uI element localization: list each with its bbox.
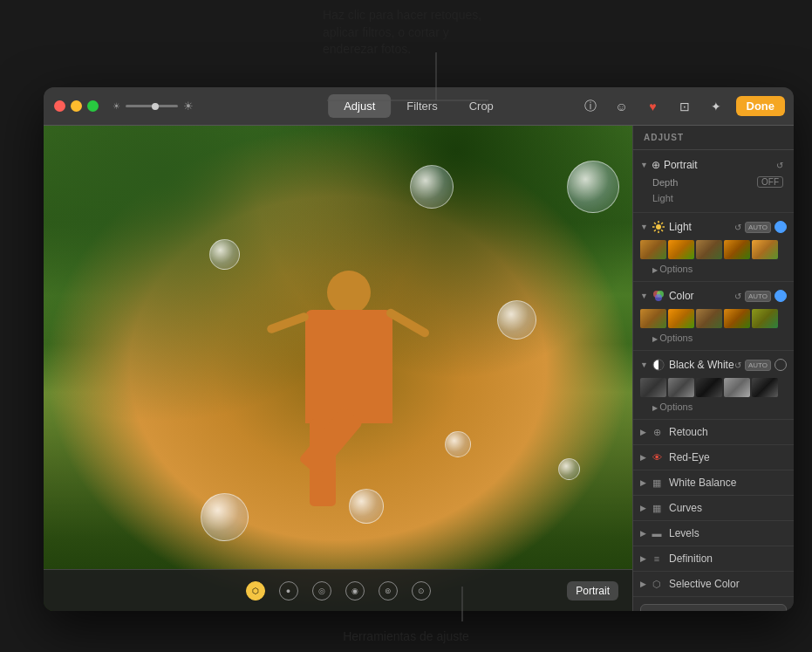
light-thumb-2[interactable]: [668, 240, 694, 259]
color-options[interactable]: Options: [633, 331, 794, 347]
photo-area: ⬡ ● ◎ ◉ ⊚ ⊙ Portrait: [44, 126, 632, 611]
color-thumb-5[interactable]: [752, 309, 778, 328]
face-icon[interactable]: ☺: [611, 95, 633, 118]
whitebalance-chevron: ▶: [640, 478, 646, 487]
color-undo-icon[interactable]: ↺: [734, 292, 741, 301]
bw-icon: [652, 358, 665, 372]
portrait-undo-icon[interactable]: ↺: [776, 161, 783, 170]
tab-adjust[interactable]: Adjust: [328, 94, 391, 118]
color-title: Color: [669, 290, 734, 302]
tab-crop[interactable]: Crop: [454, 94, 509, 118]
tool-icon-2[interactable]: ●: [279, 581, 298, 601]
subject-figure: [279, 271, 419, 576]
color-chevron: ▼: [640, 292, 648, 300]
definition-item[interactable]: ▶ ≡ Definition: [633, 546, 794, 572]
bw-options[interactable]: Options: [633, 400, 794, 415]
bubble-1: [410, 165, 454, 209]
definition-label: Definition: [669, 552, 787, 565]
tool-icon-3[interactable]: ◎: [312, 581, 331, 601]
light-icon: [652, 220, 665, 234]
light-toggle[interactable]: [774, 221, 787, 233]
tool-icon-5[interactable]: ⊚: [379, 581, 398, 601]
tab-filters[interactable]: Filters: [391, 94, 453, 118]
more-icon[interactable]: ✦: [705, 95, 727, 118]
light-chevron: ▼: [640, 223, 648, 231]
bw-thumb-2[interactable]: [668, 378, 694, 397]
light-auto-badge[interactable]: AUTO: [745, 222, 771, 233]
bw-thumb-1[interactable]: [640, 378, 666, 397]
light-thumb-3[interactable]: [696, 240, 722, 259]
bw-auto-badge[interactable]: AUTO: [745, 360, 771, 371]
zoom-button[interactable]: [87, 100, 99, 112]
color-thumb-4[interactable]: [724, 309, 750, 328]
tab-bar: Adjust Filters Crop: [328, 94, 509, 118]
traffic-lights: [54, 100, 99, 112]
bw-undo-icon[interactable]: ↺: [734, 360, 741, 370]
tool-icon-1[interactable]: ⬡: [246, 581, 265, 601]
tool-icon-4[interactable]: ◉: [345, 581, 365, 601]
portrait-light-sublabel: Light: [633, 191, 794, 207]
definition-icon: ≡: [650, 552, 664, 566]
selective-color-icon: ⬡: [650, 577, 664, 591]
bw-section-header[interactable]: ▼ Black & White ↺ AUTO: [633, 354, 794, 375]
bw-thumb-5[interactable]: [752, 378, 778, 397]
info-icon[interactable]: ⓘ: [579, 95, 602, 118]
light-thumb-4[interactable]: [724, 240, 750, 259]
color-thumb-1[interactable]: [640, 309, 666, 328]
bw-thumb-4[interactable]: [724, 378, 750, 397]
whitebalance-item[interactable]: ▶ ▦ White Balance: [633, 470, 794, 496]
tool-icon-6[interactable]: ⊙: [412, 581, 431, 601]
bubble-2: [209, 239, 240, 270]
svg-point-2: [656, 224, 661, 230]
light-thumb-5[interactable]: [752, 240, 778, 259]
retouch-chevron: ▶: [640, 428, 646, 436]
levels-icon: ▬: [650, 526, 664, 540]
svg-line-9: [661, 223, 663, 224]
done-button[interactable]: Done: [736, 96, 786, 116]
color-icon: [652, 289, 665, 303]
titlebar: ☀ ☀ Adjust Filters Crop ⓘ ☺ ♥ ⊡ ✦ Done: [44, 87, 794, 126]
portrait-title: Portrait: [664, 159, 776, 171]
photo-canvas: [44, 126, 632, 611]
depth-off-badge: OFF: [757, 176, 783, 188]
depth-row: Depth OFF: [633, 175, 794, 191]
close-button[interactable]: [54, 100, 65, 112]
minimize-button[interactable]: [71, 100, 82, 112]
bw-chevron: ▼: [640, 360, 648, 369]
bubble-8: [558, 458, 580, 480]
color-thumb-2[interactable]: [668, 309, 694, 328]
heart-icon[interactable]: ♥: [642, 95, 665, 118]
redeye-item[interactable]: ▶ 👁 Red-Eye: [633, 445, 794, 470]
portrait-button[interactable]: Portrait: [567, 581, 618, 601]
panel-header: ADJUST: [633, 126, 794, 150]
slider-track: [126, 105, 178, 107]
portrait-section-header[interactable]: ▼ ⊕ Portrait ↺: [633, 155, 794, 175]
color-section-header[interactable]: ▼ Color ↺ AUTO: [633, 285, 794, 306]
curves-item[interactable]: ▶ ▦ Curves: [633, 496, 794, 521]
main-window: ☀ ☀ Adjust Filters Crop ⓘ ☺ ♥ ⊡ ✦ Done: [44, 87, 794, 611]
share-icon[interactable]: ⊡: [673, 95, 696, 118]
retouch-item[interactable]: ▶ ⊕ Retouch: [633, 420, 794, 445]
color-auto-badge[interactable]: AUTO: [745, 291, 771, 302]
curves-icon: ▦: [650, 501, 664, 515]
light-section: ▼ Light: [633, 213, 794, 282]
depth-label: Depth: [652, 177, 757, 188]
titlebar-right-icons: ⓘ ☺ ♥ ⊡ ✦ Done: [579, 95, 786, 118]
levels-item[interactable]: ▶ ▬ Levels: [633, 521, 794, 546]
light-section-header[interactable]: ▼ Light: [633, 216, 794, 237]
bubble-3: [497, 300, 536, 340]
brightness-slider[interactable]: ☀ ☀: [113, 100, 194, 113]
light-undo-icon[interactable]: ↺: [734, 223, 741, 232]
selective-color-chevron: ▶: [640, 580, 646, 588]
levels-chevron: ▶: [640, 529, 646, 538]
selective-color-label: Selective Color: [669, 578, 787, 590]
color-thumb-3[interactable]: [696, 309, 722, 328]
light-thumb-1[interactable]: [640, 240, 666, 259]
bw-toggle[interactable]: [774, 359, 787, 371]
color-toggle[interactable]: [774, 290, 787, 302]
bw-thumb-3[interactable]: [696, 378, 722, 397]
selective-color-item[interactable]: ▶ ⬡ Selective Color: [633, 572, 794, 597]
reset-adjustments-button[interactable]: Reset Adjustments: [640, 604, 787, 611]
whitebalance-icon: ▦: [650, 476, 664, 490]
light-options[interactable]: Options: [633, 262, 794, 278]
